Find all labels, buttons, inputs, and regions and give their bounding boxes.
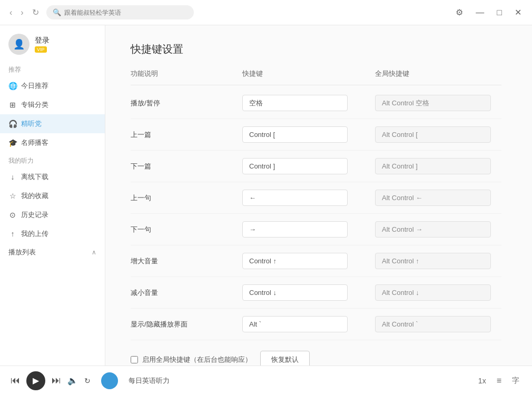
vip-badge: VIP — [35, 46, 47, 53]
globe-icon: 🌐 — [8, 82, 17, 90]
font-button[interactable]: 字 — [510, 374, 521, 388]
sidebar-label-albums: 专辑分类 — [21, 100, 48, 110]
global-shortcut-input[interactable] — [375, 316, 491, 332]
titlebar-actions: ⚙ — □ ✕ — [451, 5, 526, 19]
col-function: 功能说明 — [131, 69, 236, 78]
search-bar[interactable]: 🔍 — [46, 5, 194, 19]
volume-button[interactable]: 🔈 — [67, 376, 78, 386]
sidebar-item-albums[interactable]: ⊞ 专辑分类 — [0, 95, 105, 114]
col-global: 全局快捷键 — [375, 69, 501, 78]
settings-row: 下一句 — [131, 214, 501, 245]
settings-row: 增大音量 — [131, 245, 501, 277]
sidebar-item-offline[interactable]: ↓ 离线下载 — [0, 167, 105, 186]
settings-row: 显示/隐藏播放界面 — [131, 309, 501, 340]
nav-buttons: ‹ › ↻ — [6, 5, 42, 19]
history-icon: ⊙ — [8, 211, 17, 219]
restore-default-button[interactable]: 恢复默认 — [260, 351, 310, 366]
playlist-button[interactable]: ≡ — [495, 374, 504, 388]
sidebar-label-history: 历史记录 — [21, 210, 48, 220]
global-shortcut-input[interactable] — [375, 158, 491, 174]
row-label: 减小音量 — [131, 288, 236, 298]
row-label: 下一篇 — [131, 162, 236, 171]
sidebar-label-listen: 精听党 — [21, 119, 42, 129]
global-shortcut-input[interactable] — [375, 95, 491, 111]
speed-button[interactable]: 1x — [476, 374, 488, 387]
shortcut-input[interactable] — [242, 253, 348, 269]
search-input[interactable] — [64, 9, 188, 16]
headphone-icon: 🎧 — [8, 120, 17, 128]
main-layout: 👤 登录 VIP 推荐 🌐 今日推荐 ⊞ 专辑分类 🎧 精听党 🎓 名师播客 我… — [0, 25, 532, 366]
row-label: 显示/隐藏播放界面 — [131, 320, 236, 329]
player-controls: ⏮ ▶ ⏭ 🔈 ↻ — [11, 371, 91, 390]
enable-global-text: 启用全局快捷键（在后台也能响应） — [142, 355, 252, 364]
sidebar-item-listen[interactable]: 🎧 精听党 — [0, 114, 105, 133]
shortcut-input[interactable] — [242, 95, 348, 111]
sidebar-item-favorites[interactable]: ☆ 我的收藏 — [0, 186, 105, 205]
star-icon: ☆ — [8, 192, 17, 200]
settings-row: 上一篇 — [131, 119, 501, 151]
row-label: 播放/暂停 — [131, 98, 236, 108]
prev-button[interactable]: ⏮ — [11, 375, 20, 386]
avatar: 👤 — [8, 34, 29, 55]
sidebar-item-today[interactable]: 🌐 今日推荐 — [0, 76, 105, 95]
next-button[interactable]: ⏭ — [52, 375, 61, 386]
sidebar-label-upload: 我的上传 — [21, 229, 48, 239]
player-bar: ⏮ ▶ ⏭ 🔈 ↻ 每日英语听力 1x ≡ 字 — [0, 366, 532, 395]
minimize-button[interactable]: — — [471, 6, 488, 19]
sidebar-item-teacher[interactable]: 🎓 名师播客 — [0, 133, 105, 152]
titlebar: ‹ › ↻ 🔍 ⚙ — □ ✕ — [0, 0, 532, 25]
enable-global-checkbox[interactable] — [131, 356, 138, 363]
global-shortcut-input[interactable] — [375, 126, 491, 143]
my-listen-section-title: 我的听力 — [0, 152, 105, 167]
loop-button[interactable]: ↻ — [84, 377, 91, 385]
grid-icon: ⊞ — [8, 101, 17, 109]
back-button[interactable]: ‹ — [6, 6, 15, 19]
settings-row: 上一句 — [131, 182, 501, 214]
user-section: 👤 登录 VIP — [0, 25, 105, 61]
upload-icon: ↑ — [8, 230, 17, 238]
settings-row: 减小音量 — [131, 277, 501, 309]
settings-icon-button[interactable]: ⚙ — [451, 5, 467, 19]
sidebar-item-upload[interactable]: ↑ 我的上传 — [0, 224, 105, 243]
sidebar-item-history[interactable]: ⊙ 历史记录 — [0, 205, 105, 224]
enable-global-label[interactable]: 启用全局快捷键（在后台也能响应） — [131, 355, 252, 364]
global-shortcut-input[interactable] — [375, 253, 491, 269]
sidebar-label-today: 今日推荐 — [21, 81, 48, 91]
global-shortcut-input[interactable] — [375, 221, 491, 238]
content-inner: 快捷键设置 功能说明 快捷键 全局快捷键 播放/暂停 上一篇 下一篇 上一句 — [105, 25, 527, 366]
row-label: 上一篇 — [131, 130, 236, 140]
search-icon: 🔍 — [53, 8, 61, 16]
settings-footer: 启用全局快捷键（在后台也能响应） 恢复默认 — [131, 340, 501, 366]
player-thumbnail — [101, 372, 118, 389]
user-name: 登录 — [35, 36, 50, 45]
shortcut-input[interactable] — [242, 284, 348, 301]
player-title: 每日英语听力 — [129, 376, 466, 386]
shortcut-input[interactable] — [242, 126, 348, 143]
user-info: 登录 VIP — [35, 36, 50, 53]
close-button[interactable]: ✕ — [510, 5, 526, 19]
content-area: 快捷键设置 功能说明 快捷键 全局快捷键 播放/暂停 上一篇 下一篇 上一句 — [105, 25, 532, 366]
shortcut-input[interactable] — [242, 221, 348, 238]
player-right-controls: 1x ≡ 字 — [476, 374, 521, 388]
shortcut-input[interactable] — [242, 158, 348, 174]
forward-button[interactable]: › — [17, 6, 26, 19]
sidebar-label-favorites: 我的收藏 — [21, 191, 48, 201]
settings-row: 下一篇 — [131, 151, 501, 182]
global-shortcut-input[interactable] — [375, 284, 491, 301]
settings-table: 功能说明 快捷键 全局快捷键 播放/暂停 上一篇 下一篇 上一句 下一句 — [131, 69, 501, 340]
global-shortcut-input[interactable] — [375, 190, 491, 206]
recommended-section-title: 推荐 — [0, 61, 105, 76]
page-title: 快捷键设置 — [131, 42, 501, 56]
playlist-arrow-icon: ∧ — [92, 249, 96, 256]
playlist-section[interactable]: 播放列表 ∧ — [0, 243, 105, 261]
row-label: 下一句 — [131, 225, 236, 234]
refresh-button[interactable]: ↻ — [29, 5, 42, 19]
row-label: 增大音量 — [131, 256, 236, 266]
sidebar: 👤 登录 VIP 推荐 🌐 今日推荐 ⊞ 专辑分类 🎧 精听党 🎓 名师播客 我… — [0, 25, 105, 366]
settings-header: 功能说明 快捷键 全局快捷键 — [131, 69, 501, 85]
play-button[interactable]: ▶ — [26, 371, 45, 390]
graduation-icon: 🎓 — [8, 139, 17, 147]
shortcut-input[interactable] — [242, 316, 348, 332]
shortcut-input[interactable] — [242, 190, 348, 206]
maximize-button[interactable]: □ — [492, 6, 506, 19]
